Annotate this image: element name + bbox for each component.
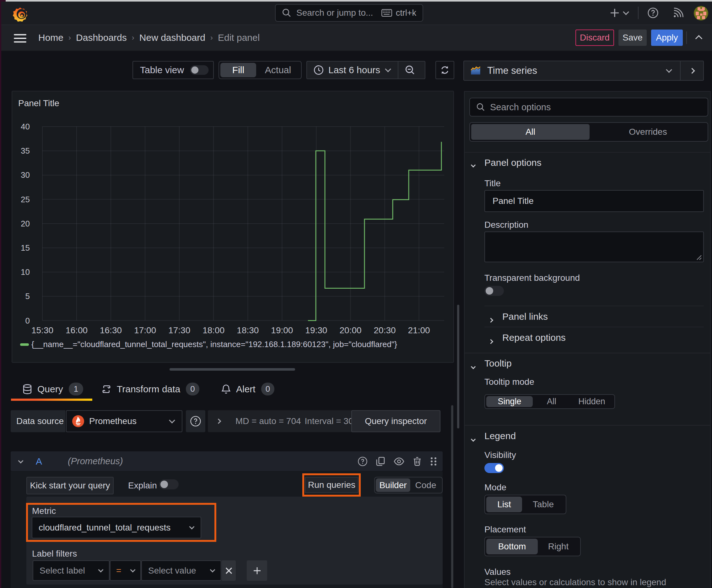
svg-text:20:00: 20:00: [340, 326, 362, 335]
svg-text:17:30: 17:30: [168, 326, 190, 335]
svg-text:20:30: 20:30: [374, 326, 396, 335]
svg-text:18:00: 18:00: [202, 326, 224, 335]
svg-text:19:00: 19:00: [271, 326, 293, 335]
svg-text:30: 30: [21, 170, 30, 180]
svg-text:21:00: 21:00: [408, 326, 430, 335]
svg-text:15:30: 15:30: [31, 326, 53, 335]
svg-text:16:30: 16:30: [100, 326, 122, 335]
svg-text:10: 10: [21, 267, 30, 277]
svg-text:5: 5: [25, 292, 30, 301]
svg-text:18:30: 18:30: [237, 326, 259, 335]
svg-text:40: 40: [21, 122, 30, 131]
svg-text:17:00: 17:00: [134, 326, 156, 335]
svg-text:35: 35: [21, 146, 30, 155]
svg-text:19:30: 19:30: [305, 326, 327, 335]
svg-text:20: 20: [21, 219, 30, 228]
svg-text:16:00: 16:00: [66, 326, 88, 335]
svg-text:25: 25: [21, 195, 30, 204]
svg-text:0: 0: [25, 316, 30, 326]
svg-text:15: 15: [21, 243, 30, 253]
